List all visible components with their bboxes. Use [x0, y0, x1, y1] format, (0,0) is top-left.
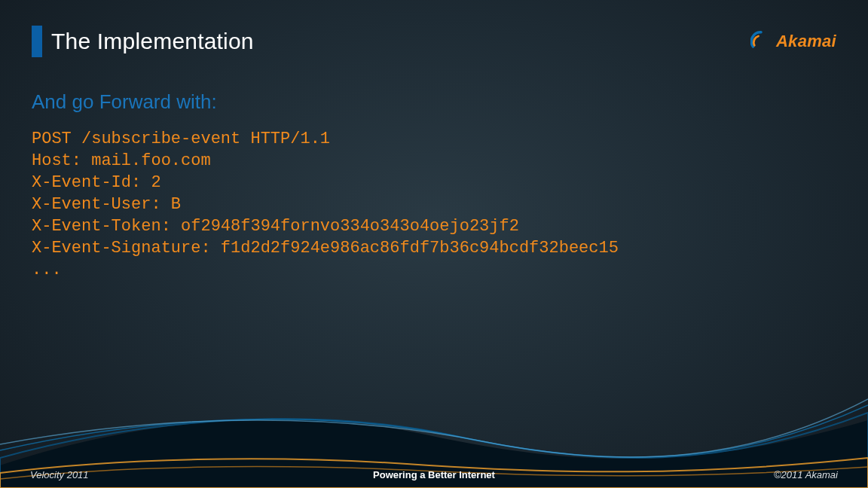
subheading: And go Forward with: [32, 90, 217, 114]
http-request-code: POST /subscribe-event HTTP/1.1 Host: mai… [32, 128, 836, 281]
title-left: The Implementation [32, 26, 254, 57]
footer-tagline: Powering a Better Internet [373, 469, 495, 480]
title-accent-bar [32, 26, 42, 57]
akamai-logo: Akamai [750, 31, 836, 52]
title-row: The Implementation Akamai [32, 26, 836, 57]
footer-copyright: ©2011 Akamai [774, 469, 838, 480]
akamai-logo-text: Akamai [776, 32, 836, 51]
footer-event: Velocity 2011 [30, 469, 89, 480]
slide-title: The Implementation [51, 29, 254, 54]
akamai-swoosh-icon [750, 31, 772, 52]
footer: Velocity 2011 Powering a Better Internet… [0, 469, 868, 480]
